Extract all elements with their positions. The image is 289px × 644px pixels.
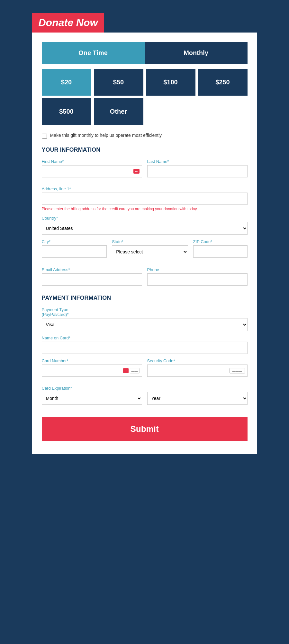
first-name-input[interactable] — [42, 165, 142, 177]
address-group: Address, line 1* — [42, 186, 248, 205]
security-code-label: Security Code* — [147, 358, 248, 363]
year-select[interactable]: Year 2024 2025 2026 2027 2028 2029 2030 — [147, 392, 248, 405]
month-select[interactable]: Month January February March April May J… — [42, 392, 142, 405]
payment-type-label: Payment Type (PayPal/card)* — [42, 307, 248, 317]
state-label: State* — [112, 239, 188, 244]
email-input[interactable] — [42, 273, 142, 286]
city-input[interactable] — [42, 245, 107, 258]
amount-250[interactable]: $250 — [198, 69, 248, 96]
security-card-icon: ▬▬▬ — [230, 368, 245, 374]
tab-monthly[interactable]: Monthly — [145, 42, 248, 64]
monthly-gift-label: Make this gift monthly to help us operat… — [50, 133, 163, 138]
submit-button[interactable]: Submit — [42, 417, 248, 441]
phone-label: Phone — [147, 267, 248, 272]
payment-information-title: PAYMENT INFORMATION — [42, 295, 248, 301]
form-container: One Time Monthly $20 $50 $100 $250 $500 … — [32, 33, 257, 454]
zip-label: ZIP Code* — [193, 239, 248, 244]
monthly-gift-checkbox[interactable] — [42, 134, 47, 139]
address-input[interactable] — [42, 193, 248, 205]
name-on-card-group: Name on Card* — [42, 336, 248, 354]
monthly-check-container: Make this gift monthly to help us operat… — [42, 133, 248, 139]
city-state-zip-row: City* State* Please select AL AK AZ CA C… — [42, 239, 248, 263]
state-group: State* Please select AL AK AZ CA CO FL G… — [112, 239, 188, 258]
name-on-card-input[interactable] — [42, 342, 248, 354]
amount-50[interactable]: $50 — [94, 69, 143, 96]
amount-grid-row2: $500 Other — [42, 98, 248, 125]
card-icons: ··· ▬▬ — [123, 368, 139, 374]
name-on-card-label: Name on Card* — [42, 336, 248, 340]
country-select[interactable]: United States Canada United Kingdom Aust… — [42, 222, 248, 235]
frequency-tabs: One Time Monthly — [42, 42, 248, 64]
expiry-row: Month January February March April May J… — [42, 392, 248, 405]
zip-input[interactable] — [193, 245, 248, 258]
country-label: Country* — [42, 216, 248, 221]
phone-group: Phone — [147, 267, 248, 286]
security-code-group: Security Code* ▬▬▬ — [147, 358, 248, 377]
card-expiration-label: Card Expiration* — [42, 386, 248, 391]
city-group: City* — [42, 239, 107, 258]
billing-note: Please enter the billing address for the… — [42, 207, 248, 211]
email-label: Email Address* — [42, 267, 142, 272]
zip-group: ZIP Code* — [193, 239, 248, 258]
amount-500[interactable]: $500 — [42, 98, 91, 125]
your-information-title: YOUR INFORMATION — [42, 147, 248, 153]
name-row: First Name* ··· Last Name* — [42, 159, 248, 182]
amount-100[interactable]: $100 — [146, 69, 195, 96]
email-group: Email Address* — [42, 267, 142, 286]
email-phone-row: Email Address* Phone — [42, 267, 248, 290]
tab-one-time[interactable]: One Time — [42, 42, 145, 64]
amount-20[interactable]: $20 — [42, 69, 91, 96]
card-security-row: Card Number* ··· ▬▬ Security Code* ▬▬▬ — [42, 358, 248, 381]
page-title: Donate Now — [39, 17, 98, 29]
last-name-input[interactable] — [147, 165, 248, 177]
amount-other[interactable]: Other — [94, 98, 143, 125]
card-expiration-group: Card Expiration* Month January February … — [42, 386, 248, 412]
card-number-group: Card Number* ··· ▬▬ — [42, 358, 142, 377]
security-code-input-wrapper: ▬▬▬ — [147, 365, 248, 377]
first-name-label: First Name* — [42, 159, 142, 164]
amount-grid-row1: $20 $50 $100 $250 — [42, 69, 248, 96]
donate-header: Donate Now — [32, 13, 104, 33]
address-label: Address, line 1* — [42, 186, 248, 191]
last-name-group: Last Name* — [147, 159, 248, 177]
card-number-input-wrapper: ··· ▬▬ — [42, 365, 142, 377]
card-icon-generic: ▬▬ — [130, 368, 140, 374]
month-group: Month January February March April May J… — [42, 392, 142, 405]
state-select[interactable]: Please select AL AK AZ CA CO FL GA NY TX — [112, 245, 188, 258]
year-group: Year 2024 2025 2026 2027 2028 2029 2030 — [147, 392, 248, 405]
country-group: Country* United States Canada United Kin… — [42, 216, 248, 235]
payment-type-group: Payment Type (PayPal/card)* Visa Masterc… — [42, 307, 248, 331]
city-label: City* — [42, 239, 107, 244]
payment-type-select[interactable]: Visa Mastercard PayPal American Express — [42, 318, 248, 331]
first-name-input-wrapper: ··· — [42, 165, 142, 177]
phone-input[interactable] — [147, 273, 248, 286]
first-name-group: First Name* ··· — [42, 159, 142, 177]
last-name-label: Last Name* — [147, 159, 248, 164]
card-icon-mastercard: ··· — [123, 368, 128, 373]
card-number-label: Card Number* — [42, 358, 142, 363]
